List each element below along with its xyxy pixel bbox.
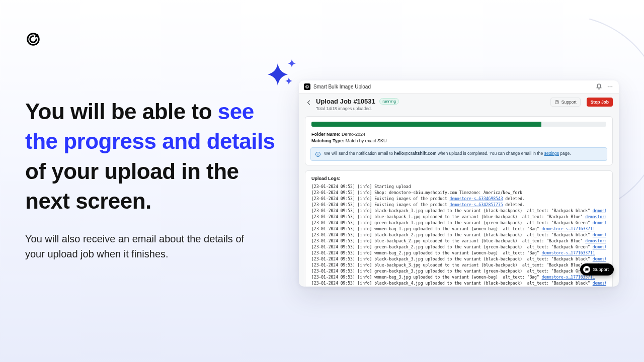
progress-bar-fill [311,122,541,127]
marketing-copy: You will be able to see the progress and… [25,97,287,261]
log-link[interactable]: demostore-s…6334698543 [450,197,503,201]
page-title: Upload Job #10531 [316,98,375,105]
log-link[interactable]: demostore-s…1757871151 [585,239,606,243]
support-chat-chip[interactable]: Support [580,263,614,276]
email-notification-banner: We will send the notification email to h… [310,147,607,161]
log-link[interactable]: demostore-s…6342857775 [450,203,503,207]
log-link[interactable]: demostore-s…1771633711 [542,227,595,231]
sparkles-icon [263,54,303,95]
app-icon [304,83,310,90]
more-icon[interactable] [606,83,614,91]
status-badge: running [379,98,399,105]
bell-icon[interactable] [595,83,603,91]
settings-link[interactable]: settings [544,151,559,156]
chat-icon [583,266,590,273]
support-chat-label: Support [593,267,609,272]
page-header: Upload Job #10531 running Total 14/18 im… [299,94,619,116]
titlebar: Smart Bulk Image Upload [299,80,619,94]
log-link[interactable]: demostore-s…17579039 [593,233,606,237]
logs-label: Upload Logs: [311,176,606,181]
progress-card: Folder Name: Demo-2024 Matching Type: Ma… [305,116,613,165]
support-button[interactable]: Support [550,98,581,107]
log-link[interactable]: demostore-s…17579039 [593,257,606,261]
log-link[interactable]: demostore-s…17579039 [593,209,606,213]
stop-job-button[interactable]: Stop Job [587,98,613,107]
brand-logo [25,31,41,47]
log-link[interactable]: demostore-s…17578383 [593,245,606,249]
svg-point-3 [609,86,610,87]
log-link[interactable]: demostore-s…17578383 [593,221,606,225]
log-link[interactable]: demostore-s… [593,281,606,286]
log-link[interactable]: demostore-s…1771633711 [542,275,595,280]
marketing-subtext: You will also receive an email about the… [25,231,257,261]
folder-name-row: Folder Name: Demo-2024 [311,132,606,137]
progress-bar [311,122,606,127]
logs-card: Upload Logs: [23-01-2024 09:52] [info] S… [305,170,613,287]
support-button-label: Support [561,100,577,105]
app-title: Smart Bulk Image Upload [313,84,371,89]
svg-point-5 [555,100,559,104]
matching-type-row: Matching Type: Match by exact SKU [311,138,606,143]
info-icon [315,151,321,157]
svg-point-1 [306,85,309,88]
back-arrow-icon[interactable] [305,99,313,107]
svg-point-4 [611,86,612,87]
log-output: [23-01-2024 09:52] [info] Starting uploa… [311,184,606,287]
progress-summary: Total 14/18 images uploaded. [316,106,547,111]
log-link[interactable]: demostore-s…1771633711 [542,251,595,255]
svg-point-2 [607,86,608,87]
app-window: Smart Bulk Image Upload Upload Job #1053… [299,80,619,287]
log-link[interactable]: demostore-s…1757871151 [585,215,606,219]
marketing-headline: You will be able to see the progress and… [25,97,287,216]
